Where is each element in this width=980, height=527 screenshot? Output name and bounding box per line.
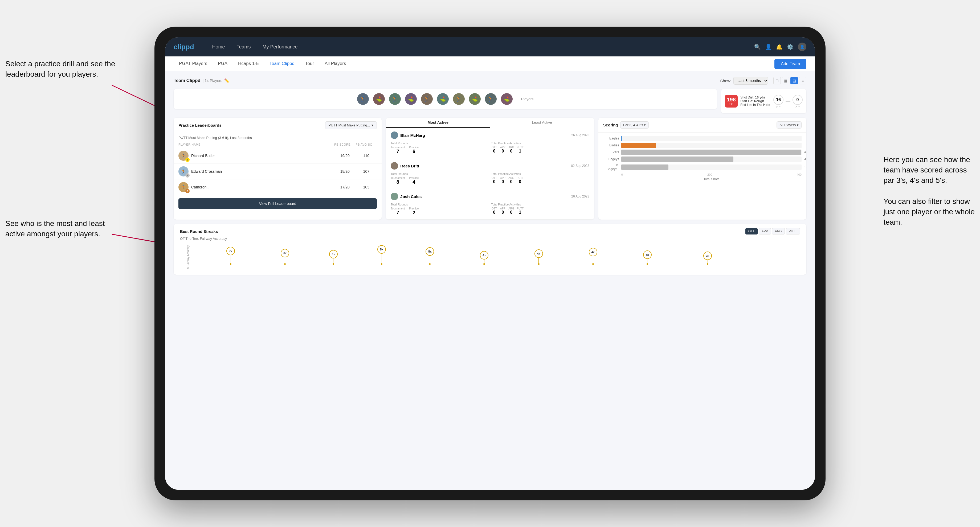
shot-circle-2: 0 yds bbox=[792, 95, 803, 108]
subnav-items: PGAT Players PGA Hcaps 1-5 Team Clippd T… bbox=[173, 56, 775, 71]
activity-player-header-3: Josh Coles 26 Aug 2023 bbox=[391, 193, 589, 200]
view-card[interactable]: ▤ bbox=[791, 77, 798, 84]
streak-marker-9: 3x bbox=[643, 251, 652, 265]
tablet-screen: clippd Home Teams My Performance 🔍 👤 🔔 ⚙… bbox=[165, 37, 815, 490]
avatar-4[interactable]: ⛳ bbox=[405, 93, 417, 105]
view-full-leaderboard-button[interactable]: View Full Leaderboard bbox=[178, 198, 377, 209]
score-2: 18/20 bbox=[334, 169, 355, 173]
nav-item-home[interactable]: Home bbox=[207, 42, 231, 52]
streak-marker-8: 4x bbox=[589, 248, 597, 265]
show-select[interactable]: Last 3 months bbox=[733, 77, 768, 85]
chart-val-pars: 499 bbox=[804, 151, 807, 154]
nav-item-performance[interactable]: My Performance bbox=[257, 42, 303, 52]
person-icon[interactable]: 👤 bbox=[765, 44, 772, 50]
navbar: clippd Home Teams My Performance 🔍 👤 🔔 ⚙… bbox=[165, 37, 815, 56]
chart-x-axis: 0 200 400 bbox=[603, 173, 802, 176]
practice-stat-2: Practice 4 bbox=[409, 176, 418, 185]
user-avatar[interactable]: 👤 bbox=[798, 43, 807, 51]
tournament-stat-2: Tournament 8 bbox=[391, 176, 405, 185]
subnav-pga[interactable]: PGA bbox=[213, 56, 233, 71]
settings-icon[interactable]: ⚙️ bbox=[787, 44, 794, 50]
subnav-hcaps[interactable]: Hcaps 1-5 bbox=[233, 56, 264, 71]
streak-dot-3 bbox=[332, 263, 334, 265]
search-icon[interactable]: 🔍 bbox=[754, 44, 761, 50]
avatar-6[interactable]: ⛳ bbox=[437, 93, 449, 105]
scoring-player-filter[interactable]: All Players ▾ bbox=[776, 121, 802, 129]
view-grid-lg[interactable]: ▦ bbox=[782, 77, 789, 84]
leaderboard-dropdown[interactable]: PUTT Must Make Putting... ▾ bbox=[325, 121, 377, 129]
subnav-pgat[interactable]: PGAT Players bbox=[173, 56, 213, 71]
players-row-area: 🏌 ⛳ 🏌 ⛳ 🏌 ⛳ 🏌 ⛳ 🏌 ⛳ Players 198 bbox=[173, 89, 807, 113]
annotation-top-left: Select a practice drill and see the lead… bbox=[5, 59, 117, 79]
view-list[interactable]: ≡ bbox=[799, 77, 807, 84]
ott-stat-2: OTT0 bbox=[491, 176, 498, 184]
streaks-btn-app[interactable]: APP bbox=[759, 228, 771, 235]
streaks-btn-putt[interactable]: PUTT bbox=[786, 228, 800, 235]
avatar-10[interactable]: ⛳ bbox=[501, 93, 513, 105]
practice-activities-label-3: Total Practice Activities bbox=[491, 203, 589, 206]
scoring-title: Scoring bbox=[603, 123, 618, 127]
score-3: 17/20 bbox=[334, 185, 355, 189]
app-stat-3: APP0 bbox=[500, 207, 506, 215]
practice-stat-1: Practice 6 bbox=[409, 146, 418, 154]
arg-stat-2: ARG0 bbox=[508, 176, 514, 184]
activity-stats-3: Total Rounds Tournament 7 Practice 2 bbox=[391, 203, 589, 216]
tab-most-active[interactable]: Most Active bbox=[386, 117, 490, 128]
edit-team-icon[interactable]: ✏️ bbox=[224, 78, 229, 83]
add-team-button[interactable]: Add Team bbox=[775, 59, 807, 69]
tab-least-active[interactable]: Least Active bbox=[490, 117, 594, 128]
nav-items: Home Teams My Performance bbox=[207, 42, 754, 52]
leaderboard-subtitle: PUTT Must Make Putting (3-6 ft), Last 3 … bbox=[173, 133, 382, 141]
chart-bar-dbogeys bbox=[621, 165, 668, 170]
avatar-8[interactable]: ⛳ bbox=[469, 93, 481, 105]
streaks-btn-arg[interactable]: ARG bbox=[772, 228, 785, 235]
streak-dot-9 bbox=[647, 263, 648, 265]
bell-icon[interactable]: 🔔 bbox=[776, 44, 783, 50]
streak-circle-1: 7x bbox=[226, 247, 235, 255]
subnav-tour[interactable]: Tour bbox=[300, 56, 319, 71]
activity-tabs: Most Active Least Active bbox=[386, 117, 594, 128]
app-stat-1: APP0 bbox=[500, 146, 506, 154]
practice-stat-3: Practice 2 bbox=[409, 207, 418, 216]
streaks-y-label: % Fairway Accuracy bbox=[180, 244, 196, 270]
streak-line-8 bbox=[593, 256, 593, 263]
activity-player-name-3: Josh Coles bbox=[391, 193, 422, 200]
nav-item-teams[interactable]: Teams bbox=[231, 42, 256, 52]
streaks-btn-ott[interactable]: OTT bbox=[745, 228, 757, 235]
team-header: Team Clippd | 14 Players ✏️ Show: Last 3… bbox=[173, 77, 807, 85]
activity-player-name-1: Blair McHarg bbox=[391, 132, 425, 139]
streak-marker-7: 4x bbox=[535, 249, 543, 265]
subnav-team-clippd[interactable]: Team Clippd bbox=[264, 56, 300, 71]
chart-bar-birdies bbox=[621, 143, 656, 148]
activity-player-header-2: Rees Britt 02 Sep 2023 bbox=[391, 162, 589, 170]
streak-dot-2 bbox=[284, 263, 286, 265]
chart-row-pars: Pars 499 bbox=[603, 149, 802, 155]
view-grid-sm[interactable]: ⊞ bbox=[773, 77, 781, 84]
avatar-5[interactable]: 🏌 bbox=[421, 93, 433, 105]
player-name-3: Cameron... bbox=[191, 185, 210, 189]
player-info-3: 🏌 3 Cameron... bbox=[178, 182, 334, 192]
avatar-2[interactable]: ⛳ bbox=[373, 93, 385, 105]
avatar-9[interactable]: 🏌 bbox=[485, 93, 497, 105]
streak-line-9 bbox=[647, 259, 648, 263]
streak-circle-10: 3x bbox=[703, 252, 712, 260]
subnav-all-players[interactable]: All Players bbox=[319, 56, 351, 71]
activity-stats-2: Total Rounds Tournament 8 Practice 4 bbox=[391, 172, 589, 185]
chart-row-birdies: Birdies 96 bbox=[603, 143, 802, 148]
putt-stat-2: PUTT0 bbox=[517, 176, 523, 184]
avatar-1[interactable]: 🏌 bbox=[357, 93, 369, 105]
avatar-7[interactable]: 🏌 bbox=[453, 93, 465, 105]
streak-marker-1: 7x bbox=[226, 247, 235, 265]
player-avatar-2: 🏌 2 bbox=[178, 167, 189, 176]
chart-bar-wrap-pars: 499 bbox=[621, 149, 802, 155]
table-row: 🏌 1 Richard Butler 19/20 110 bbox=[173, 148, 382, 163]
nav-right: 🔍 👤 🔔 ⚙️ 👤 bbox=[754, 43, 807, 51]
practice-activities-label-1: Total Practice Activities bbox=[491, 141, 589, 145]
team-player-count: | 14 Players bbox=[203, 78, 222, 83]
avatar-3[interactable]: 🏌 bbox=[389, 93, 401, 105]
leaderboard-title: Practice Leaderboards bbox=[178, 123, 221, 127]
practice-activities-label-2: Total Practice Activities bbox=[491, 172, 589, 175]
scoring-par-filter[interactable]: Par 3, 4 & 5s ▾ bbox=[620, 121, 649, 129]
three-columns: Practice Leaderboards PUTT Must Make Put… bbox=[173, 117, 807, 220]
practice-leaderboards-card: Practice Leaderboards PUTT Must Make Put… bbox=[173, 117, 382, 220]
